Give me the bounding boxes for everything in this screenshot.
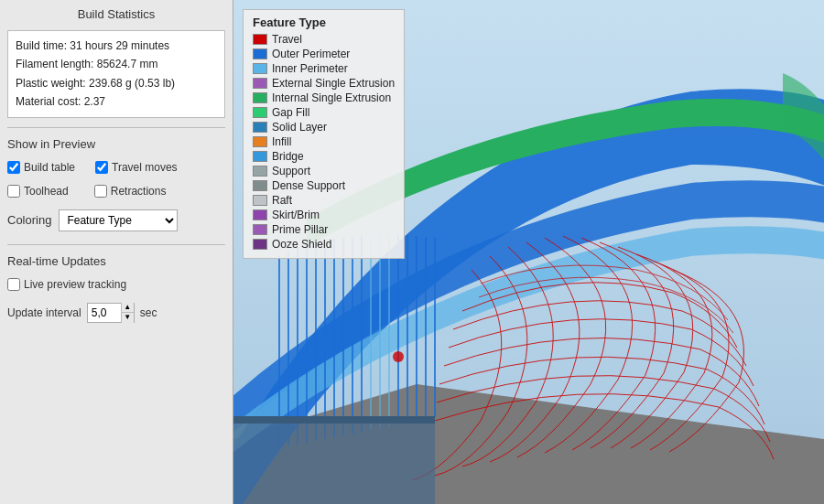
legend-item-label: Infill: [272, 135, 291, 148]
legend-item: Prime Pillar: [253, 223, 395, 236]
interval-down-btn[interactable]: ▼: [122, 313, 134, 323]
coloring-select[interactable]: Feature Type Speed Temperature Layer: [59, 209, 178, 231]
legend-color-swatch: [253, 224, 267, 235]
legend-item-label: Inner Perimeter: [272, 62, 348, 75]
legend-item-label: Support: [272, 165, 310, 177]
right-panel: Feature Type TravelOuter PerimeterInner …: [233, 0, 824, 504]
stats-box: Build time: 31 hours 29 minutes Filament…: [7, 30, 225, 118]
legend-title: Feature Type: [253, 16, 395, 29]
legend-item: Gap Fill: [253, 106, 395, 119]
interval-input-wrapper: ▲ ▼: [87, 303, 135, 323]
svg-rect-20: [233, 416, 435, 504]
svg-point-22: [393, 351, 404, 362]
coloring-row: Coloring Feature Type Speed Temperature …: [7, 209, 225, 231]
legend-item: Inner Perimeter: [253, 62, 395, 75]
legend-color-swatch: [253, 195, 267, 206]
legend-item: Raft: [253, 194, 395, 207]
legend-item: Dense Support: [253, 179, 395, 192]
interval-spinners: ▲ ▼: [121, 303, 134, 323]
legend-item: Internal Single Extrusion: [253, 91, 395, 104]
legend-color-swatch: [253, 180, 267, 191]
legend-item: Ooze Shield: [253, 238, 395, 251]
legend-item-label: Raft: [272, 194, 292, 207]
legend-item-label: Dense Support: [272, 179, 345, 192]
legend-color-swatch: [253, 63, 267, 74]
feature-legend: Feature Type TravelOuter PerimeterInner …: [243, 9, 405, 259]
legend-item-label: External Single Extrusion: [272, 77, 395, 90]
legend-item-label: Skirt/Brim: [272, 209, 320, 221]
live-preview-label[interactable]: Live preview tracking: [7, 278, 126, 291]
legend-item-label: Bridge: [272, 150, 304, 163]
update-interval-label: Update interval: [7, 306, 81, 319]
legend-item: Solid Layer: [253, 121, 395, 134]
svg-rect-21: [233, 416, 435, 424]
interval-up-btn[interactable]: ▲: [122, 303, 134, 313]
coloring-label: Coloring: [7, 213, 51, 227]
legend-color-swatch: [253, 239, 267, 250]
legend-item-label: Travel: [272, 33, 302, 46]
legend-color-swatch: [253, 48, 267, 59]
legend-color-swatch: [253, 78, 267, 89]
retractions-checkbox[interactable]: [94, 185, 107, 198]
legend-item: External Single Extrusion: [253, 77, 395, 90]
legend-item: Outer Perimeter: [253, 48, 395, 60]
legend-item: Travel: [253, 33, 395, 46]
legend-color-swatch: [253, 107, 267, 118]
build-time: Build time: 31 hours 29 minutes: [16, 37, 217, 55]
build-table-label[interactable]: Build table: [7, 161, 75, 174]
legend-item-label: Prime Pillar: [272, 223, 328, 236]
legend-item-label: Solid Layer: [272, 121, 327, 134]
material-cost: Material cost: 2.37: [16, 92, 217, 111]
live-preview-row: Live preview tracking: [7, 278, 225, 291]
travel-moves-checkbox[interactable]: [95, 161, 108, 174]
legend-item: Infill: [253, 135, 395, 148]
show-in-preview-label: Show in Preview: [7, 137, 225, 151]
build-statistics-title: Build Statistics: [7, 7, 225, 21]
legend-item: Support: [253, 165, 395, 177]
divider-1: [7, 127, 225, 128]
legend-item-label: Outer Perimeter: [272, 48, 350, 60]
toolhead-row: Toolhead Retractions: [7, 185, 225, 198]
update-interval-row: Update interval ▲ ▼ sec: [7, 303, 225, 323]
toolhead-label[interactable]: Toolhead: [7, 185, 69, 198]
divider-2: [7, 244, 225, 245]
plastic-weight: Plastic weight: 239.68 g (0.53 lb): [16, 74, 217, 92]
legend-item: Skirt/Brim: [253, 209, 395, 221]
legend-color-swatch: [253, 122, 267, 133]
legend-color-swatch: [253, 209, 267, 220]
retractions-label[interactable]: Retractions: [94, 185, 167, 198]
build-table-row: Build table Travel moves: [7, 161, 225, 174]
toolhead-checkbox[interactable]: [7, 185, 20, 198]
legend-color-swatch: [253, 136, 267, 147]
legend-color-swatch: [253, 151, 267, 162]
legend-item-label: Ooze Shield: [272, 238, 331, 251]
legend-color-swatch: [253, 92, 267, 103]
real-time-label: Real-time Updates: [7, 254, 225, 268]
sec-label: sec: [140, 306, 157, 319]
legend-item-label: Internal Single Extrusion: [272, 91, 391, 104]
live-preview-checkbox[interactable]: [7, 278, 20, 291]
filament-length: Filament length: 85624.7 mm: [16, 55, 217, 73]
legend-items-container: TravelOuter PerimeterInner PerimeterExte…: [253, 33, 395, 251]
legend-color-swatch: [253, 34, 267, 45]
legend-color-swatch: [253, 166, 267, 177]
build-table-checkbox[interactable]: [7, 161, 20, 174]
legend-item: Bridge: [253, 150, 395, 163]
interval-input[interactable]: [88, 306, 121, 319]
legend-item-label: Gap Fill: [272, 106, 309, 119]
left-panel: Build Statistics Build time: 31 hours 29…: [0, 0, 233, 504]
travel-moves-label[interactable]: Travel moves: [95, 161, 178, 174]
